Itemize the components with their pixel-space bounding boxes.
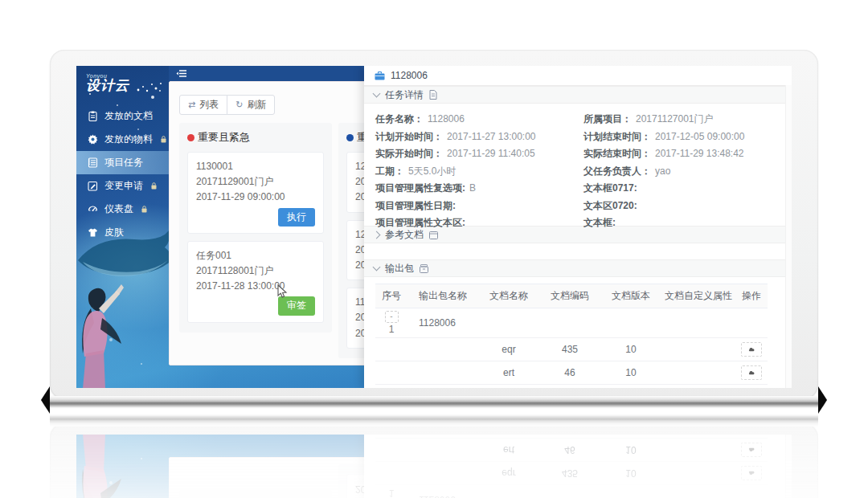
doc-code-cell: 46 [539,439,600,462]
kanban-column-urgent-important: 重要且紧急 1130001 20171129001门户 2017-11-29 0… [179,491,332,498]
doc-name-cell: ert [478,361,539,385]
output-box-icon [420,264,428,273]
menu-fold-icon[interactable] [176,69,187,78]
tasks-icon [88,157,98,168]
document-row[interactable]: eqr 435 10 [375,462,768,485]
document-row[interactable]: ert 46 10 [375,439,768,462]
app-logo: Yonyou 设计云 [76,66,169,104]
doc-name-cell: eqr [478,462,539,485]
field-label: 文本框: [583,217,616,228]
package-group-row[interactable]: - 1 1128006 [375,485,768,498]
field-label: 实际结束时间： [583,148,651,159]
sidebar-item-project-tasks[interactable]: 项目任务 [76,151,169,174]
laptop-base [44,418,824,427]
logo-constellation-dots [136,80,163,93]
screen: Yonyou 设计云 发放的文档 [76,66,792,388]
download-icon [747,347,755,353]
sidebar-item-released-materials[interactable]: 发放的物料 [76,128,169,151]
field-value: 2017-11-27 13:00:00 [447,131,536,142]
task-project: 20171129001门户 [196,174,315,190]
gear-icon [88,134,98,145]
refresh-button[interactable]: ↻ 刷新 [227,95,275,115]
fields-left-column: 任务名称：1128006 计划开始时间：2017-11-27 13:00:00 … [375,111,583,226]
section-task-details[interactable]: 任务详情 [364,86,792,104]
lock-icon [151,182,157,190]
kanban-column-urgent-important: 重要且紧急 1130001 20171129001门户 2017-11-29 0… [179,123,332,333]
task-card[interactable]: 1130001 20171129001门户 2017-11-29 09:00:0… [187,152,324,234]
section-output-package[interactable]: 输出包 [364,259,792,277]
execute-button[interactable]: 执行 [278,208,315,227]
field-label: 任务名称： [375,113,424,124]
field-value: 20171127001门户 [636,113,714,124]
doc-code-cell: 435 [539,338,600,361]
page: Yonyou 设计云 发放的文档 [0,0,868,498]
task-project: 20171128001门户 [196,263,315,279]
sidebar-item-released-documents[interactable]: 发放的文档 [76,104,169,128]
output-package-table: 序号 输出包名称 文档名称 文档编码 文档版本 文档自定义属性 操作 [375,438,768,498]
review-sign-button[interactable]: 审签 [278,296,315,315]
field-value: 2017-12-05 09:00:00 [655,131,744,142]
custom-attr-cell [661,338,735,361]
action-cell [735,439,768,462]
doc-name-cell: ert [478,439,539,462]
list-button-label: 列表 [199,98,219,112]
doc-version-cell: 10 [600,439,661,462]
download-button[interactable] [741,342,762,357]
reference-folder-icon [429,231,438,239]
sidebar-nav: 发放的文档 发放的物料 [76,104,169,244]
drawer-title: 1128006 [391,70,428,81]
col-doc-code: 文档编码 [539,284,600,308]
download-button[interactable] [741,443,762,457]
custom-attr-cell [661,361,735,385]
column-header: 重要且紧急 [187,130,324,145]
field-value: yao [655,165,670,177]
download-button[interactable] [741,466,762,480]
row-sequence: 1 [375,488,407,498]
sidebar-item-skin[interactable]: 皮肤 [76,221,169,244]
sidebar-item-change-request[interactable]: 变更申请 [76,174,169,198]
sidebar-item-label: 项目任务 [104,156,143,169]
download-button[interactable] [741,365,762,380]
document-row[interactable]: ert 46 10 [375,361,768,385]
fields-right-column: 所属项目：20171127001门户 计划结束时间：2017-12-05 09:… [583,111,792,226]
briefcase-icon [375,71,385,80]
custom-attr-cell [661,462,735,485]
field-label: 文本区0720: [583,200,637,211]
field-value: 2017-11-29 13:48:42 [655,148,744,159]
section-gap [364,243,792,259]
field-label: 文本框0717: [583,182,637,194]
collapse-row-button[interactable]: - [385,311,399,323]
download-icon [747,370,755,376]
doc-version-cell: 10 [600,462,661,485]
task-actions: 执行 [196,208,315,227]
action-cell [735,338,768,361]
download-icon [747,447,755,453]
doc-version-cell: 10 [600,338,661,361]
task-board-panel: ⇄ 列表 ↻ 刷新 重要且紧急 [169,457,387,498]
package-name-cell: 1128006 [407,308,478,338]
col-seq: 序号 [375,284,407,308]
list-view-button[interactable]: ⇄ 列表 [179,95,227,115]
dashboard-icon [88,204,98,214]
mouse-cursor [277,284,288,299]
download-icon [747,471,755,476]
field-label: 项目管理属性文本区: [375,217,465,228]
kanban-columns: 重要且紧急 1130001 20171129001门户 2017-11-29 0… [179,464,387,498]
task-detail-drawer: 1128006 任务详情 任务名称：1128006 计划开始时间：2017-11… [364,66,792,388]
lock-icon [161,136,166,143]
detail-doc-icon [429,90,437,100]
field-label: 工期： [375,165,404,177]
field-label: 项目管理属性日期: [375,200,456,211]
section-title: 参考文档 [385,228,424,242]
laptop-base [44,396,824,405]
action-cell [735,361,768,385]
blue-dot-icon [346,134,354,141]
table-header-row: 序号 输出包名称 文档名称 文档编码 文档版本 文档自定义属性 操作 [375,284,768,308]
document-row[interactable]: eqr 435 10 [375,338,768,361]
doc-code-cell: 46 [539,361,600,385]
sidebar-item-dashboard[interactable]: 仪表盘 [76,198,169,221]
section-title: 输出包 [385,262,414,276]
package-group-row[interactable]: - 1 1128006 [375,308,768,338]
task-card[interactable]: 任务001 20171128001门户 2017-11-28 13:00:00 … [187,241,324,323]
seq-cell: - 1 [375,485,407,498]
